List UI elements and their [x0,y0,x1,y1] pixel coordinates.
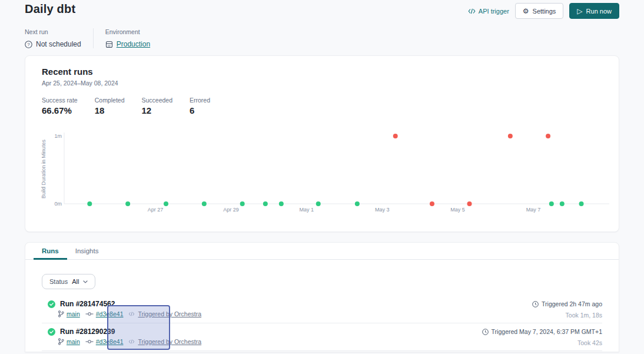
stat-errored: Errored 6 [190,97,210,115]
recent-runs-date-range: Apr 25, 2024–May 08, 2024 [25,77,619,87]
x-tick: May 7 [526,207,541,213]
next-run-value-line: ? Not scheduled [25,40,81,48]
run-dot-succeeded[interactable] [164,201,168,206]
header-actions: API trigger ⚙ Settings ▷ Run now [468,3,619,19]
run-dot-succeeded[interactable] [263,201,268,206]
run-dot-succeeded[interactable] [355,201,360,206]
commit-link[interactable]: #d3e8e41 [85,310,124,317]
stat-success-rate: Success rate 66.67% [42,97,78,115]
environment-value-line: Production [105,40,150,48]
job-meta-row: Next run ? Not scheduled Environment Pro… [0,28,644,48]
y-tick: 0m [54,201,62,207]
chevron-down-icon [83,280,88,283]
status-filter-label: Status [49,278,68,285]
run-dot-succeeded[interactable] [560,201,565,206]
x-tick: May 3 [375,207,390,213]
git-branch-icon [58,338,64,345]
stat-completed: Completed 18 [95,97,125,115]
run-duration: Took 42s [482,339,602,346]
meta-divider [93,28,94,48]
x-tick: Apr 29 [223,207,239,213]
runs-list: Run #281474562 main #d3e8e41 [25,296,619,351]
run-id[interactable]: Run #281474562 [60,300,115,308]
run-id[interactable]: Run #281290239 [60,327,115,336]
run-duration: Took 1m, 18s [532,312,602,319]
environment-block: Environment Production [105,28,150,48]
run-dot-succeeded[interactable] [549,201,554,206]
git-commit-icon [85,312,94,316]
commit-link[interactable]: #d3e8e41 [85,338,124,345]
x-tick: Apr 27 [148,207,164,213]
gear-icon: ⚙ [523,8,529,15]
settings-button[interactable]: ⚙ Settings [515,3,564,19]
duration-chart-svg: Build Duration in Minutes 1m0mApr 27Apr … [25,125,620,219]
runs-card: Runs Insights Status All Run #281474562 [25,242,619,352]
chart-dynamic-layer: 1m0mApr 27Apr 29May 1May 3May 5May 7 [54,133,583,213]
tab-bar: Runs Insights [25,243,619,260]
run-now-button[interactable]: ▷ Run now [569,3,619,19]
svg-text:?: ? [27,42,30,47]
git-commit-icon [85,339,94,344]
run-dot-succeeded[interactable] [202,201,207,206]
branch-link[interactable]: main [58,310,80,317]
run-row[interactable]: Run #281290239 main #d3e8e41 [25,323,619,351]
trigger-link[interactable]: Triggered by Orchestra [128,310,201,317]
success-check-icon [48,328,55,336]
recent-runs-card: Recent runs Apr 25, 2024–May 08, 2024 Su… [25,55,619,232]
api-trigger-link[interactable]: API trigger [468,8,509,15]
run-dot-errored[interactable] [393,134,398,138]
tab-insights[interactable]: Insights [67,243,107,259]
code-icon [128,339,135,344]
x-tick: May 5 [450,207,465,213]
run-dot-succeeded[interactable] [240,201,245,206]
row-divider [42,350,602,351]
y-axis-label: Build Duration in Minutes [41,139,47,198]
environment-link[interactable]: Production [117,40,150,48]
x-tick: May 1 [300,207,314,213]
trigger-link[interactable]: Triggered by Orchestra [128,338,201,345]
run-dot-errored[interactable] [546,134,550,138]
status-filter-value: All [72,278,79,285]
page-title: Daily dbt [25,2,75,16]
run-dot-succeeded[interactable] [279,201,284,206]
run-dot-succeeded[interactable] [579,201,584,206]
next-run-block: Next run ? Not scheduled [25,28,81,48]
stats-row: Success rate 66.67% Completed 18 Succeed… [25,87,619,115]
page-header: Daily dbt API trigger ⚙ Settings ▷ Run n… [0,0,644,19]
environment-label: Environment [105,28,150,35]
clock-icon [482,329,489,335]
run-dot-errored[interactable] [508,134,513,138]
play-icon: ▷ [577,8,582,15]
branch-link[interactable]: main [58,338,80,345]
run-dot-errored[interactable] [430,201,434,206]
y-tick: 1m [54,133,62,139]
recent-runs-title: Recent runs [25,56,619,77]
run-dot-succeeded[interactable] [125,201,130,206]
code-icon [468,8,476,14]
success-check-icon [48,300,55,308]
clock-icon [532,301,539,307]
status-filter-dropdown[interactable]: Status All [42,274,95,289]
run-triggered-time: Triggered May 7, 2024, 6:37 PM GMT+1 [492,328,602,335]
question-circle-icon: ? [25,41,32,48]
code-icon [128,312,135,316]
run-triggered-time: Triggered 2h 47m ago [542,300,602,307]
git-branch-icon [58,310,64,317]
tab-runs[interactable]: Runs [34,243,67,259]
run-dot-succeeded[interactable] [87,201,92,206]
stat-succeeded: Succeeded 12 [141,97,172,115]
next-run-label: Next run [25,28,81,35]
run-dot-errored[interactable] [467,201,472,206]
run-dot-succeeded[interactable] [316,201,321,206]
next-run-value: Not scheduled [36,40,81,48]
run-row[interactable]: Run #281474562 main #d3e8e41 [25,296,619,323]
environment-database-icon [105,41,113,48]
build-duration-chart[interactable]: Build Duration in Minutes 1m0mApr 27Apr … [25,125,620,219]
